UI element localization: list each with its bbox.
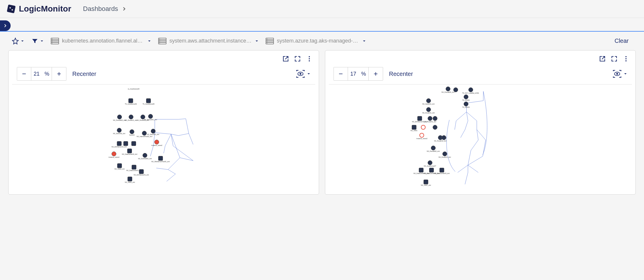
favorite-dropdown[interactable] xyxy=(12,38,24,45)
caret-down-icon xyxy=(40,39,44,43)
open-external-icon[interactable] xyxy=(599,55,606,62)
app-header: LogicMonitor Dashboards xyxy=(0,0,644,18)
node-label: NG_DataCenter03_drvl xyxy=(434,172,450,174)
eye-focus-icon xyxy=(612,70,622,78)
caret-down-icon xyxy=(148,39,151,43)
node-label: NG_WebServerHost01_drvl xyxy=(151,161,170,162)
svg-point-19 xyxy=(267,41,267,41)
topology-node[interactable]: TS_NG7_LoadBal_s0191 xyxy=(462,87,479,94)
topology-node[interactable]: TS_AutoDevice06 xyxy=(125,98,137,105)
filter-select-3[interactable]: system.azure.tag.aks-managed-ku... xyxy=(266,38,366,44)
topology-node[interactable]: NG_Router01_drvl xyxy=(422,107,435,114)
filter-dropdown[interactable] xyxy=(31,38,44,45)
topology-node[interactable]: NG_Switch02_drvl xyxy=(113,128,125,134)
visibility-dropdown[interactable] xyxy=(296,70,310,78)
topology-node[interactable]: NG_Firewall02_drvl xyxy=(113,115,126,121)
topology-node[interactable]: NG_VM01 xyxy=(411,125,417,131)
node-label: NG_VM01 xyxy=(411,130,417,131)
filter-select-1[interactable]: kubernetes.annotation.flannel.alph... xyxy=(51,38,151,44)
topology-node[interactable]: NG_AutoDevice07 xyxy=(424,160,436,167)
breadcrumb-item[interactable]: Dashboards xyxy=(83,5,118,13)
node-label: NG_Firewall01_drvl xyxy=(144,119,157,121)
node-label: instance_name3 xyxy=(416,138,427,139)
topology-node[interactable]: NG_DataCenter02_drvl xyxy=(122,149,137,155)
svg-rect-0 xyxy=(7,4,16,13)
topology-node[interactable]: TS_AutoDevice05 xyxy=(143,98,154,105)
recenter-button[interactable]: Recenter xyxy=(389,71,413,77)
recenter-button[interactable]: Recenter xyxy=(72,71,96,77)
topology-node[interactable] xyxy=(131,141,136,146)
server-icon xyxy=(158,38,166,44)
topology-node[interactable]: NG_VM01_drvl xyxy=(125,177,135,183)
svg-line-46 xyxy=(167,174,176,181)
topology-node[interactable]: instance_name2 xyxy=(151,140,162,146)
topology-node[interactable] xyxy=(453,87,458,92)
svg-line-39 xyxy=(189,134,193,144)
topology-node[interactable]: instance_name3 xyxy=(416,133,427,139)
panel-actions xyxy=(329,54,632,65)
topology-node[interactable]: NG_WebServerHost01_drvl xyxy=(151,156,170,162)
topology-node[interactable]: fluent03 xyxy=(129,129,135,136)
svg-line-41 xyxy=(164,146,165,153)
topology-node[interactable]: TS_NG403 xyxy=(462,102,470,108)
topology-node[interactable]: NG_Router01_drvl xyxy=(125,115,137,121)
topology-node[interactable]: NG_VM02_drvl xyxy=(115,163,125,170)
node-label: TS_NG402 xyxy=(462,99,470,101)
topology-node[interactable] xyxy=(442,135,446,140)
zoom-out-button[interactable]: − xyxy=(334,67,348,80)
topology-node[interactable] xyxy=(421,125,426,130)
topology-node[interactable]: NG_Firewall02_drvl xyxy=(427,146,440,152)
node-label: TS_AutoDevice05 xyxy=(143,103,154,105)
fullscreen-icon[interactable] xyxy=(294,55,301,62)
svg-line-35 xyxy=(171,134,173,146)
clear-button[interactable]: Clear xyxy=(611,36,632,45)
topology-canvas[interactable]: ns_AutoDevice03TS_AutoDevice06TS_AutoDev… xyxy=(12,84,315,191)
topology-canvas[interactable]: NG_Firewall01_drvlTS_NG7_LoadBal_s0191TS… xyxy=(329,84,632,191)
topology-node[interactable]: instance_name1 xyxy=(109,152,120,158)
node-label: NG_VM07_drvl xyxy=(421,184,431,186)
caret-down-icon xyxy=(21,39,24,43)
svg-point-22 xyxy=(309,58,310,59)
logicmonitor-icon xyxy=(6,4,17,14)
topology-panel-1: − 21 % + Recenter ns_AutoDevice03TS_Auto… xyxy=(8,50,319,195)
topology-node[interactable]: NG_Firewall01_drvl xyxy=(144,114,157,121)
dashboard-panels: − 21 % + Recenter ns_AutoDevice03TS_Auto… xyxy=(0,50,644,201)
svg-point-1 xyxy=(9,7,11,9)
node-label: ns_AutoDevice03 xyxy=(128,88,139,90)
node-label: NG_Firewall02_drvl xyxy=(113,119,126,121)
topology-node[interactable]: NG_Switch01_drvl xyxy=(147,129,159,135)
topology-node[interactable] xyxy=(433,125,437,130)
zoom-in-button[interactable]: + xyxy=(52,67,66,80)
topology-node[interactable]: NG_VM07_drvl xyxy=(421,180,431,186)
zoom-value[interactable]: 17 % xyxy=(348,67,369,80)
open-external-icon[interactable] xyxy=(282,55,289,62)
svg-point-25 xyxy=(300,73,301,75)
svg-line-36 xyxy=(171,134,180,158)
topology-node[interactable]: NG_Switch01_drvl xyxy=(422,98,434,105)
node-label: NG_Router01_drvl xyxy=(424,121,436,123)
topology-node[interactable]: NG_SubNet801_drvl xyxy=(138,153,152,159)
fullscreen-icon[interactable] xyxy=(611,55,618,62)
zoom-value[interactable]: 21 % xyxy=(31,67,52,80)
breadcrumb[interactable]: Dashboards xyxy=(83,5,127,13)
filter-select-2[interactable]: system.aws.attachment.instanceId:... xyxy=(158,38,259,44)
topology-node[interactable]: NG_DataCenter03_drvl xyxy=(434,168,450,174)
topology-node[interactable]: NG_Router01_drvl xyxy=(439,152,451,158)
topology-node[interactable]: NG_Firewall01_drvl xyxy=(442,87,455,93)
visibility-dropdown[interactable] xyxy=(612,70,627,78)
topology-node[interactable] xyxy=(433,116,437,121)
zoom-out-button[interactable]: − xyxy=(17,67,31,80)
caret-down-icon xyxy=(362,39,366,43)
zoom-in-button[interactable]: + xyxy=(369,67,383,80)
topology-node[interactable]: ns_AutoDevice03 xyxy=(128,88,139,90)
more-icon[interactable] xyxy=(306,55,313,62)
topology-node[interactable] xyxy=(123,141,128,146)
svg-point-49 xyxy=(625,60,627,61)
more-icon[interactable] xyxy=(622,55,630,62)
brand-logo[interactable]: LogicMonitor xyxy=(6,4,71,14)
topology-node[interactable]: NG_ESXServer01_drvl xyxy=(134,169,149,176)
topology-node[interactable]: TS_NG402 xyxy=(462,95,470,101)
server-icon xyxy=(266,38,274,44)
node-label: NG_ESXServer01_drvl xyxy=(134,174,149,176)
sidebar-expand-button[interactable] xyxy=(0,20,11,31)
